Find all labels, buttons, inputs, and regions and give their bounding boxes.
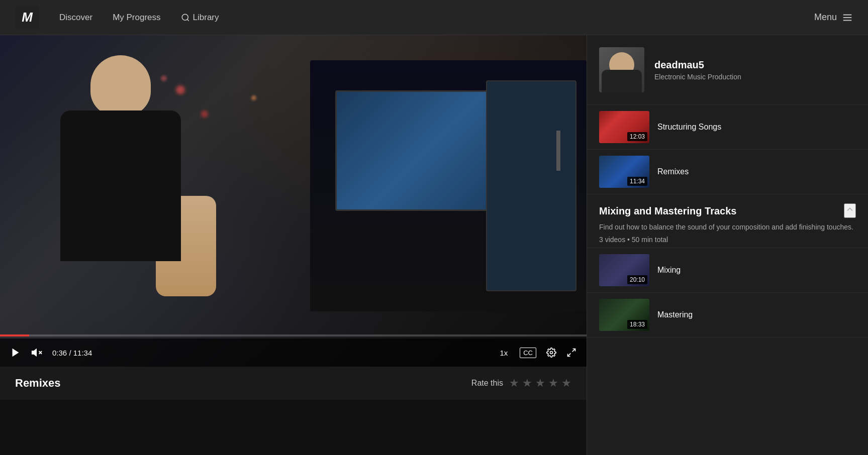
monitors-area: [310, 60, 587, 311]
instructor-avatar: [599, 47, 644, 92]
logo[interactable]: M: [15, 6, 39, 30]
thumb-duration-mixing: 20:10: [627, 275, 647, 284]
video-thumb-mastering: 18:33: [599, 299, 649, 331]
main-nav: Discover My Progress Library: [59, 13, 814, 23]
video-list-item-structuring-songs[interactable]: 12:03 Structuring Songs: [587, 105, 868, 150]
star-5[interactable]: ★: [561, 377, 571, 390]
svg-point-9: [550, 352, 553, 354]
gear-icon: [546, 348, 556, 358]
video-list-title-mastering: Mastering: [657, 310, 693, 319]
video-controls: 0:36 / 11:34 1x CC: [0, 338, 587, 367]
instructor-card[interactable]: deadmau5 Electronic Music Production: [587, 35, 868, 105]
svg-line-1: [187, 19, 188, 21]
instructor-name: deadmau5: [654, 59, 741, 71]
monitor-screen-secondary: [486, 80, 576, 291]
section-title: Mixing and Mastering Tracks: [599, 204, 736, 217]
search-icon: [181, 13, 190, 22]
svg-marker-5: [13, 349, 19, 357]
sidebar: deadmau5 Electronic Music Production 12:…: [587, 35, 868, 455]
nav-library[interactable]: Library: [181, 13, 219, 23]
header: M Discover My Progress Library Menu: [0, 0, 868, 35]
chevron-up-icon: [845, 204, 855, 214]
video-thumb-structuring-songs: 12:03: [599, 111, 649, 143]
mute-button[interactable]: [31, 347, 42, 358]
video-container: 0:36 / 11:34 1x CC: [0, 35, 587, 367]
video-progress-bar[interactable]: [0, 334, 587, 336]
video-list-title-remixes: Remixes: [657, 167, 689, 176]
star-2[interactable]: ★: [522, 377, 532, 390]
logo-m-text: M: [22, 10, 33, 25]
video-thumb-remixes: 11:34: [599, 156, 649, 188]
video-list-item-mastering[interactable]: 18:33 Mastering: [587, 293, 868, 337]
svg-line-10: [572, 349, 575, 352]
hamburger-icon: [842, 12, 853, 23]
thumb-duration-structuring-songs: 12:03: [627, 132, 647, 141]
person-silhouette: [30, 55, 281, 347]
svg-line-11: [568, 354, 571, 357]
video-list-item-remixes[interactable]: 11:34 Remixes: [587, 150, 868, 194]
main-layout: 0:36 / 11:34 1x CC: [0, 35, 868, 455]
thumb-duration-remixes: 11:34: [627, 177, 647, 186]
avatar-body: [602, 70, 642, 92]
video-area: 0:36 / 11:34 1x CC: [0, 35, 587, 455]
rate-section: Rate this ★ ★ ★ ★ ★: [471, 377, 571, 390]
video-info: Remixes Rate this ★ ★ ★ ★ ★: [0, 367, 587, 400]
section-toggle-button[interactable]: [844, 203, 856, 218]
section-description: Find out how to balance the sound of you…: [599, 222, 856, 233]
video-list-item-mixing[interactable]: 20:10 Mixing: [587, 248, 868, 293]
svg-marker-6: [32, 350, 36, 356]
star-3[interactable]: ★: [535, 377, 545, 390]
video-thumb-mixing: 20:10: [599, 254, 649, 286]
video-list-title-mixing: Mixing: [657, 266, 681, 275]
star-1[interactable]: ★: [509, 377, 519, 390]
svg-point-0: [182, 14, 188, 20]
section-header-mixing-mastering: Mixing and Mastering Tracks Find out how…: [587, 194, 868, 248]
star-4[interactable]: ★: [548, 377, 558, 390]
menu-button[interactable]: Menu: [814, 12, 853, 23]
play-icon: [10, 347, 21, 358]
fullscreen-button[interactable]: [566, 348, 576, 358]
cc-button[interactable]: CC: [520, 348, 536, 358]
video-title: Remixes: [15, 377, 61, 390]
play-button[interactable]: [10, 347, 21, 358]
settings-button[interactable]: [546, 348, 556, 358]
microphone: [556, 131, 560, 171]
tattoo-arm: [156, 196, 216, 296]
video-background: [0, 35, 587, 367]
section-meta: 3 videos • 50 min total: [599, 236, 856, 244]
thumb-duration-mastering: 18:33: [627, 320, 647, 329]
fullscreen-icon: [566, 348, 576, 358]
nav-discover[interactable]: Discover: [59, 13, 92, 23]
nav-my-progress[interactable]: My Progress: [113, 13, 160, 23]
instructor-info: deadmau5 Electronic Music Production: [654, 59, 741, 81]
speed-selector[interactable]: 1x: [498, 348, 510, 358]
progress-bar-fill: [0, 334, 29, 336]
stars-container[interactable]: ★ ★ ★ ★ ★: [509, 377, 571, 390]
mute-icon: [31, 347, 42, 358]
instructor-subtitle: Electronic Music Production: [654, 73, 741, 81]
rate-label: Rate this: [471, 379, 503, 388]
video-time: 0:36 / 11:34: [52, 349, 92, 357]
video-list-title-structuring-songs: Structuring Songs: [657, 123, 721, 132]
